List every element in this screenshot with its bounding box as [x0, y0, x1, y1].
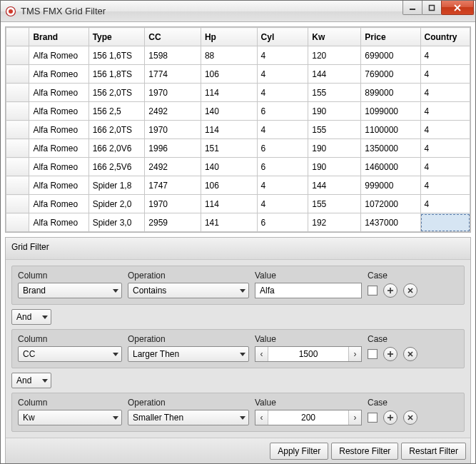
cell-cc[interactable]: 1970	[145, 195, 201, 213]
cell-cc[interactable]: 1970	[145, 121, 201, 139]
col-header-cc[interactable]: CC	[145, 28, 201, 46]
row-header[interactable]	[6, 84, 29, 102]
cell-brand[interactable]: Alfa Romeo	[29, 139, 88, 158]
row-header[interactable]	[6, 176, 29, 195]
cell-hp[interactable]: 114	[201, 84, 257, 102]
add-condition-button[interactable]	[383, 283, 397, 298]
column-combo[interactable]: CC	[18, 346, 122, 362]
cell-kw[interactable]: 190	[308, 158, 361, 176]
cell-kw[interactable]: 155	[308, 121, 361, 139]
case-checkbox[interactable]	[368, 349, 378, 359]
cell-hp[interactable]: 106	[201, 65, 257, 84]
apply-filter-button[interactable]: Apply Filter	[270, 443, 328, 460]
cell-cc[interactable]: 2492	[145, 102, 201, 121]
cell-kw[interactable]: 190	[308, 102, 361, 121]
operation-combo[interactable]: Smaller Then	[128, 410, 249, 425]
cell-country[interactable]: 4	[420, 121, 470, 139]
column-combo[interactable]: Kw	[18, 410, 122, 425]
cell-cyl[interactable]: 4	[257, 65, 308, 84]
col-header-country[interactable]: Country	[420, 28, 470, 46]
cell-price[interactable]: 1437000	[361, 213, 420, 232]
operation-combo[interactable]: Contains	[128, 283, 249, 298]
cell-type[interactable]: 166 2,5V6	[88, 158, 145, 176]
col-header-hp[interactable]: Hp	[201, 28, 257, 46]
boolean-operator-combo[interactable]: And	[11, 373, 51, 388]
cell-type[interactable]: Spider 2,0	[88, 195, 145, 213]
cell-kw[interactable]: 155	[308, 84, 361, 102]
cell-country[interactable]: 4	[420, 176, 470, 195]
cell-country[interactable]: 4	[420, 158, 470, 176]
cell-price[interactable]: 899000	[361, 84, 420, 102]
table-row[interactable]: Alfa Romeo166 2,5V62492140619014600004	[6, 158, 470, 176]
cell-brand[interactable]: Alfa Romeo	[29, 84, 88, 102]
spinner-increment[interactable]: ›	[348, 410, 361, 425]
cell-type[interactable]: 156 2,5	[88, 102, 145, 121]
maximize-button[interactable]	[422, 1, 442, 15]
cell-country[interactable]: 4	[420, 102, 470, 121]
cell-cc[interactable]: 1970	[145, 84, 201, 102]
table-row[interactable]: Alfa RomeoSpider 2,01970114415510720004	[6, 195, 470, 213]
cell-cyl[interactable]: 6	[257, 213, 308, 232]
cell-price[interactable]: 1099000	[361, 102, 420, 121]
cell-type[interactable]: 156 2,0TS	[88, 84, 145, 102]
cell-type[interactable]: 156 1,6TS	[88, 46, 145, 65]
case-checkbox[interactable]	[368, 286, 378, 296]
remove-condition-button[interactable]	[403, 410, 417, 425]
table-row[interactable]: Alfa Romeo156 1,6TS15988841206990004	[6, 46, 470, 65]
cell-price[interactable]: 769000	[361, 65, 420, 84]
restart-filter-button[interactable]: Restart Filter	[401, 443, 466, 460]
row-header[interactable]	[6, 121, 29, 139]
cell-kw[interactable]: 144	[308, 65, 361, 84]
value-input[interactable]: Alfa	[255, 283, 362, 298]
cell-type[interactable]: 166 2,0TS	[88, 121, 145, 139]
table-row[interactable]: Alfa Romeo156 2,0TS197011441558990004	[6, 84, 470, 102]
cell-cc[interactable]: 2492	[145, 158, 201, 176]
cell-type[interactable]: 166 2,0V6	[88, 139, 145, 158]
spinner-decrement[interactable]: ‹	[255, 347, 268, 361]
spinner-decrement[interactable]: ‹	[255, 410, 268, 425]
cell-price[interactable]: 999000	[361, 176, 420, 195]
spinner-increment[interactable]: ›	[348, 347, 361, 361]
cell-country[interactable]: 4	[420, 46, 470, 65]
col-header-kw[interactable]: Kw	[308, 28, 361, 46]
cell-type[interactable]: Spider 3,0	[88, 213, 145, 232]
data-grid[interactable]: Brand Type CC Hp Cyl Kw Price Country Al…	[5, 26, 471, 233]
cell-kw[interactable]: 120	[308, 46, 361, 65]
cell-kw[interactable]: 155	[308, 195, 361, 213]
row-header[interactable]	[6, 102, 29, 121]
cell-cc[interactable]: 1996	[145, 139, 201, 158]
cell-kw[interactable]: 192	[308, 213, 361, 232]
cell-price[interactable]: 1350000	[361, 139, 420, 158]
table-row[interactable]: Alfa RomeoSpider 1,8174710641449990004	[6, 176, 470, 195]
remove-condition-button[interactable]	[403, 283, 417, 298]
cell-cc[interactable]: 1774	[145, 65, 201, 84]
cell-hp[interactable]: 114	[201, 195, 257, 213]
operation-combo[interactable]: Larger Then	[128, 346, 249, 362]
cell-cyl[interactable]: 6	[257, 139, 308, 158]
col-header-price[interactable]: Price	[361, 28, 420, 46]
cell-brand[interactable]: Alfa Romeo	[29, 176, 88, 195]
value-spinner[interactable]: ‹200›	[255, 410, 362, 425]
close-button[interactable]	[441, 1, 474, 15]
minimize-button[interactable]	[402, 1, 422, 15]
cell-price[interactable]: 699000	[361, 46, 420, 65]
cell-price[interactable]: 1072000	[361, 195, 420, 213]
cell-price[interactable]: 1100000	[361, 121, 420, 139]
cell-brand[interactable]: Alfa Romeo	[29, 213, 88, 232]
cell-hp[interactable]: 140	[201, 102, 257, 121]
table-row[interactable]: Alfa RomeoSpider 3,0295914161921437000	[6, 213, 470, 232]
cell-cc[interactable]: 1747	[145, 176, 201, 195]
cell-hp[interactable]: 151	[201, 139, 257, 158]
row-header[interactable]	[6, 158, 29, 176]
row-header[interactable]	[6, 46, 29, 65]
cell-cyl[interactable]: 4	[257, 176, 308, 195]
cell-kw[interactable]: 144	[308, 176, 361, 195]
cell-type[interactable]: 156 1,8TS	[88, 65, 145, 84]
cell-cyl[interactable]: 6	[257, 158, 308, 176]
row-header[interactable]	[6, 139, 29, 158]
value-spinner[interactable]: ‹1500›	[255, 346, 362, 362]
table-row[interactable]: Alfa Romeo156 2,52492140619010990004	[6, 102, 470, 121]
cell-brand[interactable]: Alfa Romeo	[29, 46, 88, 65]
cell-cyl[interactable]: 4	[257, 46, 308, 65]
cell-hp[interactable]: 114	[201, 121, 257, 139]
